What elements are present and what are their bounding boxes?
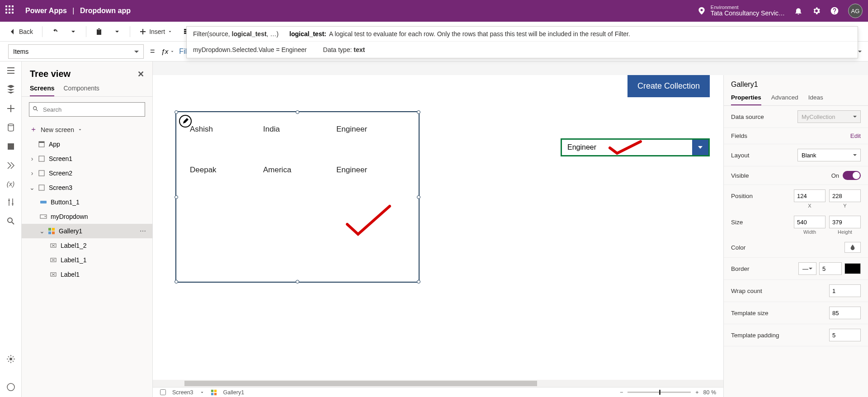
crumb-gallery[interactable]: Gallery1 xyxy=(223,389,245,396)
visible-label: Visible xyxy=(731,172,831,179)
template-padding-label: Template padding xyxy=(731,332,829,339)
undo-more-button[interactable] xyxy=(66,26,80,37)
more-icon[interactable]: ⋯ xyxy=(140,227,147,235)
notifications-icon[interactable] xyxy=(794,6,803,15)
insert-button[interactable]: Insert xyxy=(136,26,176,37)
settings-icon[interactable] xyxy=(812,6,821,15)
settings-rail-icon[interactable] xyxy=(6,354,15,364)
tree-item-dropdown[interactable]: myDropdown xyxy=(22,209,152,224)
svg-rect-11 xyxy=(48,228,51,231)
ask-icon[interactable] xyxy=(6,383,15,392)
position-x-input[interactable] xyxy=(794,189,826,202)
label-icon xyxy=(50,242,57,249)
tree-item-screen3[interactable]: ⌄ Screen3 xyxy=(22,180,152,195)
svg-rect-20 xyxy=(211,392,213,395)
template-size-input[interactable] xyxy=(829,307,861,319)
chevron-down-icon[interactable] xyxy=(200,390,204,395)
property-selector[interactable]: Items xyxy=(8,44,144,59)
tree-item-label[interactable]: Label1_1 xyxy=(22,253,152,267)
tab-components[interactable]: Components xyxy=(63,85,99,96)
color-picker[interactable] xyxy=(844,242,861,253)
svg-rect-21 xyxy=(214,392,216,395)
tree-item-button[interactable]: Button1_1 xyxy=(22,195,152,209)
height-input[interactable] xyxy=(829,216,861,228)
crumb-screen[interactable]: Screen3 xyxy=(172,389,193,396)
wrap-count-input[interactable] xyxy=(829,284,861,297)
tools-icon[interactable] xyxy=(6,198,15,207)
border-color-picker[interactable] xyxy=(844,263,861,274)
media-icon[interactable] xyxy=(6,142,15,151)
tree-view-icon[interactable] xyxy=(6,85,15,94)
chevron-down-icon[interactable] xyxy=(692,140,708,155)
tree-search[interactable] xyxy=(29,102,145,117)
paste-button[interactable] xyxy=(92,26,106,37)
canvas-area[interactable]: Create Collection Ashish India Engineer … xyxy=(153,75,723,387)
tree-item-screen2[interactable]: › Screen2 xyxy=(22,166,152,180)
user-avatar[interactable]: AG xyxy=(848,4,863,18)
equals-sign: = xyxy=(150,47,155,56)
paste-more-button[interactable] xyxy=(110,26,124,37)
data-source-dropdown[interactable]: MyCollection xyxy=(797,110,861,123)
droplet-icon xyxy=(849,244,856,250)
gallery-row: Ashish India Engineer xyxy=(190,125,410,134)
search-input[interactable] xyxy=(29,102,145,117)
close-icon[interactable]: ✕ xyxy=(137,69,144,79)
zoom-slider[interactable] xyxy=(627,392,691,393)
environment-icon xyxy=(697,6,706,15)
tree-item-gallery[interactable]: ⌄ Gallery1 ⋯ xyxy=(22,224,152,238)
search-rail-icon[interactable] xyxy=(6,217,15,226)
fx-icon[interactable]: ƒx xyxy=(161,47,169,55)
tab-ideas[interactable]: Ideas xyxy=(808,90,823,105)
border-width-input[interactable] xyxy=(819,262,842,275)
zoom-in-button[interactable]: + xyxy=(695,389,698,396)
tab-screens[interactable]: Screens xyxy=(30,85,54,96)
border-style-dropdown[interactable]: — xyxy=(798,262,816,275)
visible-toggle[interactable] xyxy=(843,171,861,180)
svg-point-1 xyxy=(9,358,12,360)
svg-point-0 xyxy=(8,218,12,222)
crumb-screen-checkbox[interactable] xyxy=(160,389,166,395)
template-padding-input[interactable] xyxy=(829,329,861,341)
data-icon[interactable] xyxy=(6,123,15,132)
formula-signature: Filter(source, logical_test, …) xyxy=(193,30,278,38)
environment-picker[interactable]: Environment Tata Consultancy Servic… xyxy=(697,5,785,17)
help-icon[interactable] xyxy=(830,6,839,15)
brand-label: Power Apps xyxy=(25,7,67,14)
variables-icon[interactable]: (x) xyxy=(7,180,15,188)
fx-menu-chevron[interactable] xyxy=(170,49,175,54)
properties-panel: Gallery1 Properties Advanced Ideas Data … xyxy=(723,75,868,397)
hamburger-icon[interactable] xyxy=(6,66,15,75)
back-button[interactable]: Back xyxy=(5,26,37,37)
insert-icon[interactable] xyxy=(6,104,15,113)
svg-rect-6 xyxy=(39,156,44,161)
new-screen-button[interactable]: ＋ New screen xyxy=(22,122,152,137)
tree-item-label[interactable]: Label1_2 xyxy=(22,238,152,253)
tab-properties[interactable]: Properties xyxy=(731,90,761,105)
button-icon xyxy=(40,198,47,206)
top-bar: Power Apps | Dropdown app Environment Ta… xyxy=(0,0,868,22)
svg-rect-8 xyxy=(39,185,44,190)
tree-item-screen1[interactable]: › Screen1 xyxy=(22,151,152,166)
width-input[interactable] xyxy=(794,216,826,228)
fields-edit-link[interactable]: Edit xyxy=(850,132,861,139)
zoom-out-button[interactable]: − xyxy=(620,389,623,396)
data-source-label: Data source xyxy=(731,113,797,120)
label-icon xyxy=(50,256,57,264)
dropdown-control[interactable]: Engineer xyxy=(561,138,710,156)
app-launcher-icon[interactable] xyxy=(5,5,16,16)
screen-icon xyxy=(38,170,45,177)
horizontal-scrollbar[interactable] xyxy=(153,380,723,387)
gallery-control[interactable]: Ashish India Engineer Deepak America Eng… xyxy=(175,111,420,283)
app-title: Power Apps | Dropdown app xyxy=(25,7,131,15)
app-name: Dropdown app xyxy=(80,7,131,14)
position-y-input[interactable] xyxy=(829,189,861,202)
power-automate-icon[interactable] xyxy=(6,161,15,170)
create-collection-button[interactable]: Create Collection xyxy=(627,75,710,97)
svg-rect-5 xyxy=(39,142,44,143)
tree-item-app[interactable]: App xyxy=(22,137,152,151)
tab-advanced[interactable]: Advanced xyxy=(771,90,798,105)
undo-button[interactable] xyxy=(48,26,62,37)
layout-dropdown[interactable]: Blank xyxy=(797,149,861,161)
svg-rect-12 xyxy=(52,228,55,231)
tree-item-label[interactable]: Label1 xyxy=(22,267,152,282)
